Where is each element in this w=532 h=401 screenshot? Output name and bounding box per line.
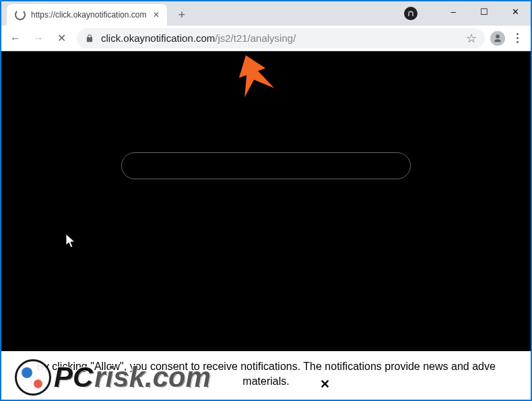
lock-icon	[85, 34, 94, 43]
url-host: click.okaynotification.com	[101, 32, 215, 44]
close-window-button[interactable]: ✕	[500, 1, 531, 22]
progress-pill	[121, 152, 411, 179]
tab-close-icon[interactable]: ✕	[151, 9, 162, 20]
minimize-button[interactable]: –	[438, 1, 469, 22]
browser-tab[interactable]: https://click.okaynotification.com ✕	[7, 4, 167, 26]
page-viewport: ​ By clicking "Allow", you consent to re…	[1, 51, 531, 400]
maximize-button[interactable]: ☐	[469, 1, 500, 22]
watermark-logo-icon	[15, 359, 51, 396]
url-path: /js2/t21/analysing/	[215, 32, 296, 44]
window-controls: – ☐ ✕	[438, 1, 531, 22]
watermark: PCrisk.com	[15, 359, 211, 396]
stop-reload-button[interactable]: ✕	[51, 28, 71, 49]
back-button[interactable]: ←	[5, 28, 26, 49]
tab-title: https://click.okaynotification.com	[31, 10, 151, 20]
consent-close-icon[interactable]: ✕	[320, 377, 330, 392]
forward-button[interactable]: →	[28, 28, 48, 49]
tab-loading-spinner	[15, 9, 26, 20]
watermark-text: PCrisk.com	[54, 361, 211, 394]
mouse-cursor-icon	[65, 233, 77, 249]
kebab-menu-button[interactable]	[508, 33, 527, 43]
browser-titlebar: https://click.okaynotification.com ✕ + –…	[1, 1, 531, 26]
annotation-arrow-icon	[230, 54, 277, 101]
bookmark-star-icon[interactable]: ☆	[466, 31, 477, 46]
browser-toolbar: ← → ✕ click.okaynotification.com/js2/t21…	[1, 26, 531, 51]
address-bar[interactable]: click.okaynotification.com/js2/t21/analy…	[77, 28, 485, 49]
profile-avatar-button[interactable]	[490, 31, 505, 46]
incognito-badge-icon	[404, 7, 418, 20]
new-tab-button[interactable]: +	[172, 5, 191, 24]
